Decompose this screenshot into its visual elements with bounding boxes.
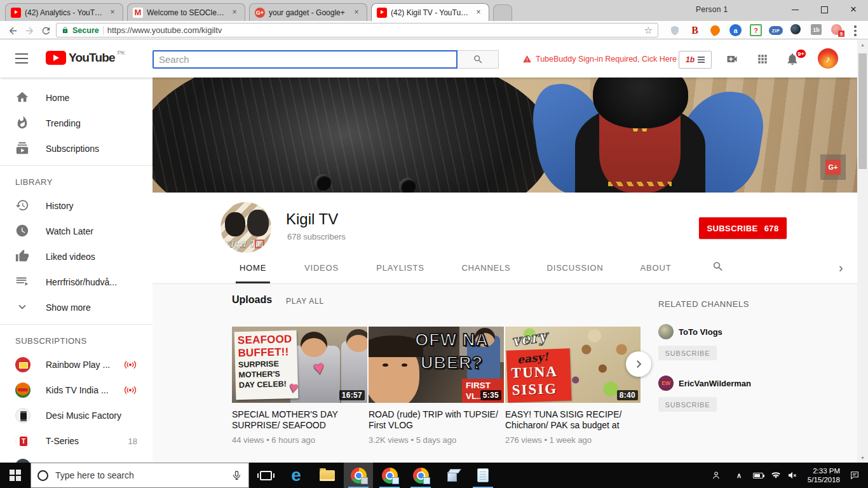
menu-hamburger-icon[interactable] [15, 53, 28, 64]
extension-tubebuddy-icon[interactable]: 1b [811, 24, 822, 35]
notifications-bell-icon[interactable]: 9+ [785, 52, 801, 66]
related-channel-name[interactable]: EricVanWilderman [679, 379, 751, 388]
taskbar-edge[interactable] [281, 463, 311, 488]
tab-close-icon[interactable]: × [473, 8, 484, 18]
sidebar-item-playlist[interactable]: Herrfrisör/hudvå... [0, 269, 153, 295]
apps-grid-icon[interactable] [755, 53, 770, 65]
sidebar-item-trending[interactable]: Trending [0, 111, 153, 136]
scroll-up-arrow[interactable] [857, 39, 868, 50]
browser-menu-icon[interactable] [854, 25, 857, 36]
taskbar-chrome-3[interactable] [406, 463, 435, 488]
start-button[interactable] [0, 463, 31, 488]
task-view-button[interactable] [252, 463, 280, 488]
video-title[interactable]: EASY! TUNA SISIG RECIPE/ Chicharon/ PAK … [505, 409, 635, 431]
video-title[interactable]: SPECIAL MOTHER'S DAY SURPRISE/ SEAFOOD [232, 409, 362, 431]
taskbar-search[interactable] [31, 463, 249, 488]
browser-profile-name[interactable]: Person 1 [696, 5, 728, 14]
extension-seo-icon[interactable]: 5 [831, 24, 842, 35]
channel-avatar[interactable]: Kigil TV [220, 202, 271, 253]
subscribe-button[interactable]: SUBSCRIBE 678 [699, 217, 787, 239]
sidebar-item-watch-later[interactable]: Watch Later [0, 219, 153, 244]
new-tab-button[interactable] [493, 4, 512, 21]
sidebar-sub-rainbow-play[interactable]: Rainbow Play ... [0, 352, 153, 377]
tabs-overflow-chevron-icon[interactable] [839, 261, 843, 275]
window-minimize-button[interactable] [780, 0, 810, 19]
google-plus-link[interactable]: G+ [820, 154, 846, 180]
address-bar[interactable]: Secure https://www.youtube.com/kigiltv [56, 23, 658, 37]
tray-battery-icon[interactable] [750, 463, 766, 488]
scroll-down-arrow[interactable] [857, 452, 868, 463]
browser-tab-kigiltv-active[interactable]: (42) Kigil TV - YouTube - × [371, 3, 489, 21]
youtube-logo[interactable]: YouTube PK [46, 51, 125, 65]
extension-zip-icon[interactable]: ZIP [769, 26, 783, 35]
sidebar-sub-kids-tv-india[interactable]: Kids TV India ... [0, 377, 153, 403]
taskbar-clock[interactable]: 2:33 PM 5/15/2018 [799, 463, 840, 488]
page-scrollbar[interactable] [857, 39, 868, 463]
browser-tab-analytics[interactable]: (42) Analytics - YouTube × [5, 3, 123, 21]
tab-about[interactable]: ABOUT [641, 263, 672, 273]
tab-videos[interactable]: VIDEOS [304, 263, 339, 273]
related-channel-avatar[interactable]: EW [658, 376, 674, 391]
window-close-button[interactable] [839, 0, 868, 19]
browser-tab-seoclerks[interactable]: Welcome to SEOClerks - × [127, 3, 245, 21]
account-avatar[interactable] [818, 48, 838, 69]
bookmark-star-icon[interactable] [644, 25, 653, 35]
extension-b-icon[interactable]: B [689, 24, 701, 36]
upload-video-icon[interactable] [724, 53, 740, 65]
tab-channels[interactable]: CHANNELS [461, 263, 510, 273]
search-button[interactable] [458, 50, 499, 69]
tab-home[interactable]: HOME [240, 263, 266, 273]
extension-swirl-icon[interactable] [790, 24, 801, 34]
carousel-next-button[interactable] [626, 351, 651, 377]
play-all-link[interactable]: PLAY ALL [286, 297, 324, 306]
taskbar-app-cube[interactable] [437, 463, 466, 488]
taskbar-chrome-2[interactable] [375, 463, 404, 488]
window-maximize-button[interactable] [810, 0, 839, 19]
sidebar-sub-desi-music-factory[interactable]: Desi Music Factory [0, 403, 153, 428]
tab-discussion[interactable]: DISCUSSION [547, 263, 604, 273]
sidebar-item-history[interactable]: History [0, 193, 153, 219]
tab-close-icon[interactable]: × [229, 8, 240, 18]
taskbar-chrome-active[interactable] [344, 463, 373, 488]
microphone-icon[interactable] [231, 469, 242, 482]
forward-button[interactable] [22, 23, 37, 38]
sidebar-item-show-more[interactable]: Show more [0, 295, 153, 320]
video-thumbnail[interactable]: SEAFOOD BUFFET!! SURPRISE MOTHER'S DAY C… [232, 327, 367, 403]
tray-wifi-icon[interactable] [768, 463, 784, 488]
action-center-icon[interactable] [845, 463, 864, 488]
taskbar-file-explorer[interactable] [313, 463, 342, 488]
taskbar-search-input[interactable] [54, 470, 226, 481]
related-channel-avatar[interactable] [658, 324, 674, 339]
reload-button[interactable] [38, 23, 53, 38]
tab-close-icon[interactable]: × [107, 8, 118, 18]
url-text[interactable]: https://www.youtube.com/kigiltv [107, 25, 641, 35]
search-input[interactable] [153, 50, 458, 69]
sidebar-item-subscriptions[interactable]: Subscriptions [0, 136, 153, 161]
extension-orange-icon[interactable] [709, 24, 722, 37]
tab-playlists[interactable]: PLAYLISTS [376, 263, 424, 273]
extension-a-icon[interactable]: a [729, 24, 742, 36]
back-button[interactable] [5, 23, 20, 38]
sidebar-sub-t-series[interactable]: T-Series 18 [0, 428, 153, 454]
related-channel-name[interactable]: ToTo Vlogs [679, 327, 722, 337]
tab-close-icon[interactable]: × [351, 8, 362, 18]
browser-tab-googleplus[interactable]: your gadget - Google+ × [249, 3, 367, 21]
taskbar-notepad[interactable] [468, 463, 498, 488]
extension-question-icon[interactable]: ? [750, 24, 762, 36]
video-title[interactable]: ROAD (rude) TRIP with TUPSIE/ First VLOG [369, 409, 499, 431]
tubebuddy-signin-warning[interactable]: TubeBuddy Sign-in Required, Cick Here [522, 55, 677, 64]
sidebar-sub-partial[interactable] [0, 454, 153, 463]
tray-volume-muted-icon[interactable] [784, 463, 801, 488]
sidebar-item-home[interactable]: Home [0, 85, 153, 111]
tray-people-icon[interactable] [707, 463, 726, 488]
scrollbar-thumb[interactable] [858, 53, 867, 169]
sidebar-item-liked-videos[interactable]: Liked videos [0, 244, 153, 269]
channel-search-icon[interactable] [712, 261, 724, 273]
tubebuddy-button[interactable]: 1b [679, 51, 712, 69]
related-subscribe-button[interactable]: SUBSCRIBE [658, 346, 717, 360]
tray-chevron-up-icon[interactable] [731, 463, 747, 488]
video-thumbnail[interactable]: OFW NA UBER? FIRST VL... 5:35 [369, 327, 504, 403]
extension-shield-icon[interactable] [668, 24, 681, 36]
related-subscribe-button[interactable]: SUBSCRIBE [658, 397, 717, 412]
video-thumbnail[interactable]: easy! TUNA SISIG very 8:40 [505, 327, 641, 403]
